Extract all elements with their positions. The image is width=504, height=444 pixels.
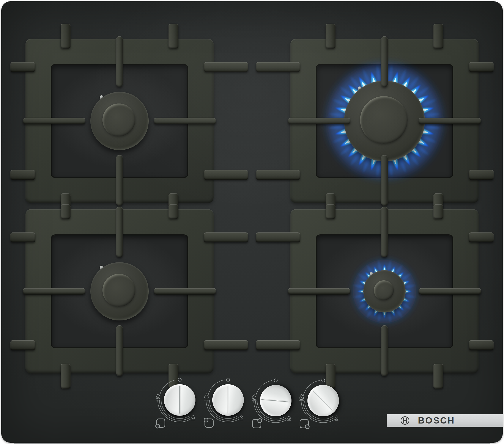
grate-stub: [469, 170, 494, 180]
grate-stub: [10, 232, 35, 242]
product-photo-stage: BOSCH: [0, 0, 504, 444]
grate-arm-bottom-front-right: [381, 325, 388, 376]
burner-cap-center-front-right: [374, 280, 394, 300]
grate-arm-top-front-right: [381, 206, 388, 257]
burner-position-icon-knob-2: [203, 417, 215, 429]
grate-stub: [204, 170, 248, 180]
burner-position-icon-knob-1: [155, 417, 166, 429]
burner-cap-front-left: [90, 262, 149, 321]
grate-stub: [256, 170, 300, 180]
grate-arm-left-front-right: [288, 288, 350, 294]
grate-arm-right-back-left: [154, 118, 216, 124]
grate-arm-left-front-left: [23, 288, 85, 294]
grate-arm-left-back-right: [288, 118, 350, 124]
grate-arm-bottom-front-left: [116, 325, 123, 376]
grate-stub: [469, 232, 494, 242]
grate-stub: [325, 24, 336, 49]
grate-stub: [10, 62, 35, 72]
off-position-marker: [227, 378, 230, 381]
off-position-marker: [322, 379, 325, 382]
knob-indicator: [313, 390, 333, 410]
burner-cap-back-right: [344, 81, 425, 161]
grate-stub: [433, 364, 443, 389]
grate-stub: [61, 205, 71, 219]
off-position-marker: [274, 379, 277, 382]
grate-stub: [469, 340, 494, 350]
low-flame-icon: [191, 415, 195, 420]
control-knob-back-left[interactable]: [212, 384, 244, 416]
burner-cap-center-back-right: [360, 96, 408, 144]
grate-stub: [204, 232, 248, 242]
low-flame-icon: [288, 416, 291, 421]
grate-arm-bottom-back-left: [116, 155, 123, 206]
bosch-logo-icon: [400, 416, 410, 425]
grate-stub: [168, 205, 179, 219]
grate-stub: [168, 24, 179, 49]
grate-arm-left-back-left: [23, 118, 85, 124]
grate-stub: [10, 170, 35, 180]
grate-arm-top-front-left: [116, 206, 123, 257]
grate-stub: [61, 24, 71, 49]
grate-stub: [469, 62, 494, 72]
off-position-marker: [178, 378, 181, 381]
low-flame-icon: [240, 415, 243, 420]
knob-indicator: [228, 386, 229, 414]
grate-arm-right-front-right: [419, 288, 481, 294]
knob-indicator: [179, 386, 180, 414]
burner-cap-front-right: [363, 270, 406, 312]
grate-stub: [204, 62, 248, 72]
grate-stub: [204, 340, 248, 350]
grate-stub: [256, 340, 300, 350]
burner-cap-center-front-left: [103, 274, 135, 307]
grate-stub: [61, 364, 71, 389]
burner-position-icon-knob-4: [299, 418, 310, 429]
grate-arm-right-back-right: [419, 118, 481, 124]
burner-cap-back-left: [90, 92, 149, 150]
bosch-badge: BOSCH: [387, 414, 503, 427]
grate-stub: [256, 62, 300, 72]
grate-stub: [433, 24, 443, 49]
grate-arm-top-back-left: [116, 36, 123, 87]
burner-position-icon-knob-3: [251, 418, 262, 429]
grate-arm-bottom-back-right: [381, 155, 388, 206]
grate-stub: [325, 205, 336, 219]
grate-stub: [256, 232, 300, 242]
bosch-logo-text: BOSCH: [418, 415, 455, 426]
control-knob-front-left[interactable]: [164, 384, 196, 416]
grate-stub: [10, 340, 35, 350]
burner-cap-center-back-left: [103, 103, 135, 136]
grate-arm-right-front-left: [154, 288, 216, 294]
low-flame-icon: [335, 416, 338, 421]
knob-indicator: [261, 399, 289, 402]
grate-arm-top-back-right: [381, 36, 388, 87]
grate-stub: [433, 205, 443, 219]
